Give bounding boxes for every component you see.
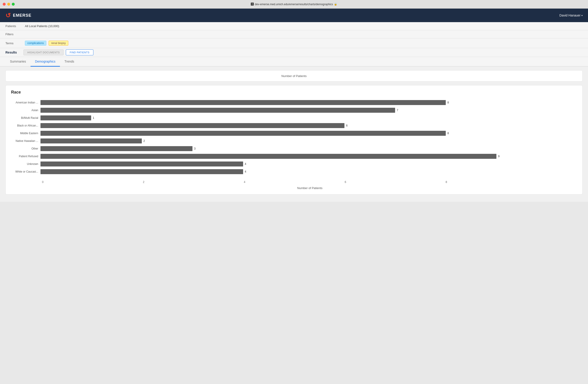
bar-fill — [41, 100, 446, 105]
lock-icon: 🔒 — [334, 3, 337, 6]
bar-container: 4 — [41, 161, 577, 167]
bar-row: Unknown4 — [11, 161, 577, 167]
tab-trends[interactable]: Trends — [60, 57, 79, 67]
find-patients-button[interactable]: FIND PATIENTS — [66, 49, 93, 55]
results-label: Results — [5, 51, 21, 54]
chevron-down-icon: ▾ — [581, 14, 583, 17]
bar-label: Native Hawaiian ... — [11, 139, 41, 143]
bar-row: Native Hawaiian ...2 — [11, 138, 577, 143]
bar-row: Patient Refused9 — [11, 154, 577, 159]
close-button[interactable] — [3, 3, 6, 6]
filters-row: Filters — [0, 30, 588, 38]
bar-label: Unknown — [11, 162, 41, 166]
bar-value: 4 — [245, 162, 246, 166]
bar-label: Black or African... — [11, 124, 41, 127]
bar-value: 9 — [498, 155, 500, 158]
bar-container: 1 — [41, 115, 577, 120]
bar-row: Black or African...6 — [11, 123, 577, 128]
bar-fill — [41, 154, 496, 159]
title-bar: 🅼 dev-emerse.med.umich.edu/emerse/result… — [0, 0, 588, 9]
bar-container: 3 — [41, 146, 577, 151]
patients-value: All Local Patients (10,000) — [25, 24, 59, 28]
bar-fill — [41, 146, 192, 151]
terms-row: Terms complications renal biopsy — [0, 38, 588, 48]
nav-bar: ↺ EMERSE David Hanauer ▾ — [0, 9, 588, 22]
bar-container: 6 — [41, 123, 577, 128]
logo-text[interactable]: EMERSE — [13, 13, 31, 18]
bar-value: 4 — [245, 170, 246, 173]
x-tick: 0 — [42, 180, 44, 184]
bar-row: Asian7 — [11, 108, 577, 113]
race-chart-title: Race — [11, 90, 577, 95]
tabs-row: Summaries Demographics Trends — [0, 57, 588, 67]
bar-container: 9 — [41, 154, 577, 159]
term-badge-renal-biopsy[interactable]: renal biopsy — [49, 41, 68, 46]
bar-value: 3 — [194, 147, 196, 150]
bar-row: Middle Eastern8 — [11, 131, 577, 136]
bar-value: 1 — [93, 116, 94, 119]
bar-container: 4 — [41, 169, 577, 174]
bar-label: Middle Eastern — [11, 132, 41, 135]
x-axis-inner: 02468 — [43, 179, 577, 185]
bar-fill — [41, 115, 91, 120]
patients-label: Patients — [5, 24, 21, 28]
x-tick: 4 — [244, 180, 245, 184]
bar-value: 8 — [447, 101, 449, 104]
url-bar: 🅼 dev-emerse.med.umich.edu/emerse/result… — [251, 2, 337, 6]
terms-list: complications renal biopsy — [25, 41, 70, 46]
chart-inner: American Indian ...8Asian7Bi/Multi Racia… — [11, 100, 577, 177]
bar-value: 2 — [143, 139, 145, 143]
user-name: David Hanauer — [560, 14, 581, 17]
bar-fill — [41, 138, 142, 143]
bar-container: 8 — [41, 131, 577, 136]
patients-row: Patients All Local Patients (10,000) — [0, 22, 588, 30]
bar-container: 7 — [41, 108, 577, 113]
terms-label: Terms — [5, 41, 21, 45]
bar-label: Bi/Multi Racial — [11, 116, 41, 119]
x-tick: 2 — [143, 180, 145, 184]
maximize-button[interactable] — [12, 3, 15, 6]
bar-container: 2 — [41, 138, 577, 143]
bar-row: Bi/Multi Racial1 — [11, 115, 577, 120]
x-axis: 02468 — [43, 179, 577, 185]
x-tick: 6 — [345, 180, 346, 184]
logo-icon: ↺ — [5, 12, 11, 19]
x-axis-label: Number of Patients — [43, 186, 577, 190]
browser-icon: 🅼 — [251, 2, 254, 6]
bar-container: 8 — [41, 100, 577, 105]
traffic-lights — [3, 3, 15, 6]
bar-value: 7 — [397, 109, 398, 112]
bar-label: White or Caucasi... — [11, 170, 41, 173]
x-tick: 8 — [445, 180, 447, 184]
bar-fill — [41, 108, 395, 113]
results-row: Results HIGHLIGHT DOCUMENTS FIND PATIENT… — [0, 48, 588, 57]
main-content: Number of Patients Race American Indian … — [0, 67, 588, 202]
bar-label: Patient Refused — [11, 155, 41, 158]
bar-label: American Indian ... — [11, 101, 41, 104]
bar-fill — [41, 123, 344, 128]
bar-row: American Indian ...8 — [11, 100, 577, 105]
top-card-label: Number of Patients — [281, 74, 306, 78]
logo-area: ↺ EMERSE — [5, 12, 31, 19]
term-badge-complications[interactable]: complications — [25, 41, 46, 46]
url-text: dev-emerse.med.umich.edu/emerse/results/… — [255, 3, 333, 6]
filters-label: Filters — [5, 33, 21, 36]
bar-fill — [41, 169, 243, 174]
tab-summaries[interactable]: Summaries — [5, 57, 31, 67]
bar-value: 8 — [447, 132, 449, 135]
bar-row: Other3 — [11, 146, 577, 151]
bar-value: 6 — [346, 124, 348, 127]
highlight-documents-button[interactable]: HIGHLIGHT DOCUMENTS — [23, 49, 63, 55]
bar-label: Other — [11, 147, 41, 150]
bar-fill — [41, 161, 243, 167]
user-menu[interactable]: David Hanauer ▾ — [560, 14, 583, 17]
bar-row: White or Caucasi...4 — [11, 169, 577, 174]
content-area: Patients All Local Patients (10,000) Fil… — [0, 22, 588, 202]
tab-demographics[interactable]: Demographics — [31, 57, 60, 67]
race-bar-chart: American Indian ...8Asian7Bi/Multi Racia… — [11, 100, 577, 190]
top-partial-card: Number of Patients — [5, 70, 583, 81]
bar-label: Asian — [11, 109, 41, 112]
bar-fill — [41, 131, 446, 136]
minimize-button[interactable] — [7, 3, 10, 6]
race-chart-card: Race American Indian ...8Asian7Bi/Multi … — [5, 85, 583, 194]
